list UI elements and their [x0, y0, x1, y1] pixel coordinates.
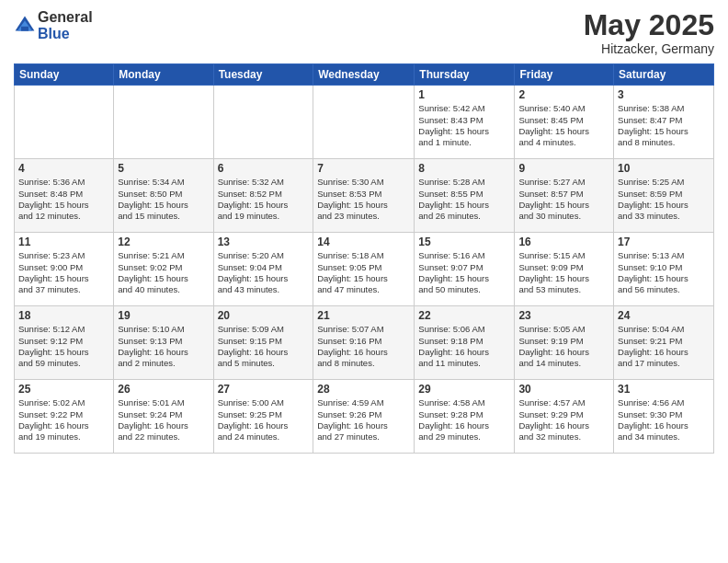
table-row: 1Sunrise: 5:42 AM Sunset: 8:43 PM Daylig…: [415, 86, 515, 159]
table-row: 24Sunrise: 5:04 AM Sunset: 9:21 PM Dayli…: [614, 306, 714, 380]
day-number: 21: [317, 309, 410, 322]
day-info: Sunrise: 4:59 AM Sunset: 9:26 PM Dayligh…: [317, 397, 410, 442]
header-row: Sunday Monday Tuesday Wednesday Thursday…: [15, 64, 714, 86]
table-row: [114, 86, 213, 159]
day-info: Sunrise: 5:36 AM Sunset: 8:48 PM Dayligh…: [18, 177, 109, 222]
table-row: 28Sunrise: 4:59 AM Sunset: 9:26 PM Dayli…: [313, 380, 415, 454]
table-row: 7Sunrise: 5:30 AM Sunset: 8:53 PM Daylig…: [313, 159, 415, 233]
title-area: May 2025 Hitzacker, Germany: [584, 9, 714, 56]
table-row: 21Sunrise: 5:07 AM Sunset: 9:16 PM Dayli…: [313, 306, 415, 380]
day-info: Sunrise: 5:02 AM Sunset: 9:22 PM Dayligh…: [18, 397, 109, 442]
day-number: 17: [618, 236, 710, 248]
week-row-4: 18Sunrise: 5:12 AM Sunset: 9:12 PM Dayli…: [15, 306, 714, 380]
logo-text: General Blue: [38, 9, 93, 41]
logo-blue-text: Blue: [38, 26, 93, 42]
day-info: Sunrise: 5:05 AM Sunset: 9:19 PM Dayligh…: [518, 324, 609, 369]
week-row-1: 1Sunrise: 5:42 AM Sunset: 8:43 PM Daylig…: [15, 86, 714, 159]
day-info: Sunrise: 5:32 AM Sunset: 8:52 PM Dayligh…: [218, 177, 310, 222]
table-row: 4Sunrise: 5:36 AM Sunset: 8:48 PM Daylig…: [15, 159, 114, 233]
day-number: 28: [317, 383, 410, 396]
day-info: Sunrise: 5:30 AM Sunset: 8:53 PM Dayligh…: [317, 177, 410, 222]
logo-general-text: General: [38, 9, 93, 26]
day-number: 25: [18, 383, 109, 396]
day-number: 20: [218, 309, 310, 322]
week-row-5: 25Sunrise: 5:02 AM Sunset: 9:22 PM Dayli…: [15, 380, 714, 454]
week-row-3: 11Sunrise: 5:23 AM Sunset: 9:00 PM Dayli…: [15, 233, 714, 306]
day-number: 4: [18, 162, 109, 175]
day-number: 24: [618, 309, 710, 322]
table-row: 10Sunrise: 5:25 AM Sunset: 8:59 PM Dayli…: [614, 159, 714, 233]
col-thursday: Thursday: [415, 64, 515, 86]
day-number: 23: [518, 309, 609, 322]
day-number: 3: [618, 88, 710, 101]
table-row: 25Sunrise: 5:02 AM Sunset: 9:22 PM Dayli…: [15, 380, 114, 454]
day-info: Sunrise: 5:16 AM Sunset: 9:07 PM Dayligh…: [418, 250, 510, 295]
col-tuesday: Tuesday: [213, 64, 313, 86]
day-info: Sunrise: 5:20 AM Sunset: 9:04 PM Dayligh…: [218, 250, 310, 295]
day-number: 1: [418, 88, 510, 101]
day-number: 22: [418, 309, 510, 322]
week-row-2: 4Sunrise: 5:36 AM Sunset: 8:48 PM Daylig…: [15, 159, 714, 233]
day-info: Sunrise: 5:06 AM Sunset: 9:18 PM Dayligh…: [418, 324, 510, 369]
day-info: Sunrise: 5:00 AM Sunset: 9:25 PM Dayligh…: [218, 397, 310, 442]
svg-rect-2: [21, 26, 28, 30]
table-row: 11Sunrise: 5:23 AM Sunset: 9:00 PM Dayli…: [15, 233, 114, 306]
table-row: 5Sunrise: 5:34 AM Sunset: 8:50 PM Daylig…: [114, 159, 213, 233]
table-row: 13Sunrise: 5:20 AM Sunset: 9:04 PM Dayli…: [213, 233, 313, 306]
col-wednesday: Wednesday: [313, 64, 415, 86]
day-info: Sunrise: 4:56 AM Sunset: 9:30 PM Dayligh…: [618, 397, 710, 442]
day-number: 27: [218, 383, 310, 396]
day-number: 19: [118, 309, 209, 322]
table-row: 3Sunrise: 5:38 AM Sunset: 8:47 PM Daylig…: [614, 86, 714, 159]
table-row: 20Sunrise: 5:09 AM Sunset: 9:15 PM Dayli…: [213, 306, 313, 380]
table-row: 6Sunrise: 5:32 AM Sunset: 8:52 PM Daylig…: [213, 159, 313, 233]
day-number: 31: [618, 383, 710, 396]
col-friday: Friday: [515, 64, 614, 86]
table-row: [15, 86, 114, 159]
table-row: 15Sunrise: 5:16 AM Sunset: 9:07 PM Dayli…: [415, 233, 515, 306]
table-row: 18Sunrise: 5:12 AM Sunset: 9:12 PM Dayli…: [15, 306, 114, 380]
logo-icon: [14, 15, 36, 37]
col-sunday: Sunday: [15, 64, 114, 86]
day-number: 7: [317, 162, 410, 175]
day-number: 9: [518, 162, 609, 175]
day-number: 10: [618, 162, 710, 175]
day-info: Sunrise: 5:34 AM Sunset: 8:50 PM Dayligh…: [118, 177, 209, 222]
day-info: Sunrise: 5:27 AM Sunset: 8:57 PM Dayligh…: [518, 177, 609, 222]
day-info: Sunrise: 5:10 AM Sunset: 9:13 PM Dayligh…: [118, 324, 209, 369]
day-number: 26: [118, 383, 209, 396]
col-monday: Monday: [114, 64, 213, 86]
table-row: 19Sunrise: 5:10 AM Sunset: 9:13 PM Dayli…: [114, 306, 213, 380]
day-number: 6: [218, 162, 310, 175]
table-row: 16Sunrise: 5:15 AM Sunset: 9:09 PM Dayli…: [515, 233, 614, 306]
day-info: Sunrise: 5:07 AM Sunset: 9:16 PM Dayligh…: [317, 324, 410, 369]
header: General Blue May 2025 Hitzacker, Germany: [14, 9, 714, 56]
day-info: Sunrise: 5:42 AM Sunset: 8:43 PM Dayligh…: [418, 103, 510, 148]
day-info: Sunrise: 5:21 AM Sunset: 9:02 PM Dayligh…: [118, 250, 209, 295]
table-row: 31Sunrise: 4:56 AM Sunset: 9:30 PM Dayli…: [614, 380, 714, 454]
logo: General Blue: [14, 9, 93, 41]
day-info: Sunrise: 5:23 AM Sunset: 9:00 PM Dayligh…: [18, 250, 109, 295]
day-info: Sunrise: 5:15 AM Sunset: 9:09 PM Dayligh…: [518, 250, 609, 295]
day-info: Sunrise: 5:13 AM Sunset: 9:10 PM Dayligh…: [618, 250, 710, 295]
day-info: Sunrise: 5:01 AM Sunset: 9:24 PM Dayligh…: [118, 397, 209, 442]
page: General Blue May 2025 Hitzacker, Germany…: [0, 0, 728, 563]
calendar-table: Sunday Monday Tuesday Wednesday Thursday…: [14, 63, 714, 454]
table-row: 8Sunrise: 5:28 AM Sunset: 8:55 PM Daylig…: [415, 159, 515, 233]
table-row: 23Sunrise: 5:05 AM Sunset: 9:19 PM Dayli…: [515, 306, 614, 380]
day-number: 14: [317, 236, 410, 248]
day-info: Sunrise: 4:57 AM Sunset: 9:29 PM Dayligh…: [518, 397, 609, 442]
table-row: 27Sunrise: 5:00 AM Sunset: 9:25 PM Dayli…: [213, 380, 313, 454]
table-row: 12Sunrise: 5:21 AM Sunset: 9:02 PM Dayli…: [114, 233, 213, 306]
day-number: 11: [18, 236, 109, 248]
day-number: 30: [518, 383, 609, 396]
day-info: Sunrise: 5:38 AM Sunset: 8:47 PM Dayligh…: [618, 103, 710, 148]
day-number: 8: [418, 162, 510, 175]
day-number: 16: [518, 236, 609, 248]
table-row: 30Sunrise: 4:57 AM Sunset: 9:29 PM Dayli…: [515, 380, 614, 454]
table-row: 29Sunrise: 4:58 AM Sunset: 9:28 PM Dayli…: [415, 380, 515, 454]
table-row: 17Sunrise: 5:13 AM Sunset: 9:10 PM Dayli…: [614, 233, 714, 306]
day-info: Sunrise: 5:12 AM Sunset: 9:12 PM Dayligh…: [18, 324, 109, 369]
day-number: 15: [418, 236, 510, 248]
table-row: 26Sunrise: 5:01 AM Sunset: 9:24 PM Dayli…: [114, 380, 213, 454]
